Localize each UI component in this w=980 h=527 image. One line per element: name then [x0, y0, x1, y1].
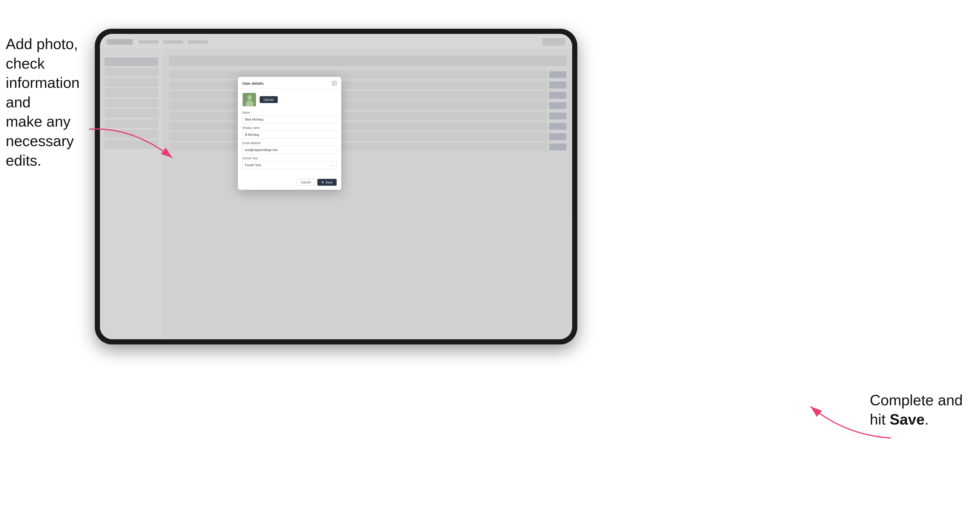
chevron-down-icon: ⌄	[332, 164, 335, 167]
modal-overlay: User details ×	[100, 34, 572, 339]
name-label: Name	[242, 111, 337, 114]
user-photo-thumbnail	[242, 93, 256, 106]
svg-point-1	[247, 95, 252, 100]
display-name-label: Display name	[242, 126, 337, 129]
school-year-field-group: School Year Fourth Year First Year Secon…	[242, 157, 337, 169]
email-input[interactable]	[242, 146, 337, 154]
person-photo-svg	[243, 93, 256, 106]
annotation-left: Add photo, check information and make an…	[6, 35, 98, 170]
display-name-input[interactable]	[242, 130, 337, 139]
annotation-right: Complete and hit Save.	[870, 390, 963, 429]
modal-body: Upload Name Display name Email addre	[238, 89, 341, 176]
display-name-field-group: Display name	[242, 126, 337, 139]
save-button[interactable]: ⬆ Save	[317, 179, 337, 186]
school-year-label: School Year	[242, 157, 337, 160]
select-icons: × ⌄	[330, 163, 335, 167]
upload-photo-button[interactable]: Upload	[260, 96, 278, 103]
name-field-group: Name	[242, 111, 337, 124]
modal-title: User details	[242, 81, 264, 86]
school-year-select[interactable]: Fourth Year First Year Second Year Third…	[242, 161, 337, 169]
email-label: Email address	[242, 141, 337, 144]
save-icon: ⬆	[321, 181, 324, 184]
modal-header: User details ×	[238, 77, 341, 89]
user-details-modal: User details ×	[238, 77, 341, 190]
select-clear-icon[interactable]: ×	[330, 163, 331, 167]
name-input[interactable]	[242, 115, 337, 124]
tablet-device: User details ×	[95, 29, 578, 344]
modal-close-button[interactable]: ×	[332, 81, 337, 86]
user-photo-image	[243, 93, 256, 106]
tablet-screen: User details ×	[100, 34, 572, 339]
save-button-label: Save	[325, 181, 332, 184]
photo-upload-row: Upload	[242, 93, 337, 106]
modal-footer: Cancel ⬆ Save	[238, 176, 341, 190]
cancel-button[interactable]: Cancel	[297, 179, 315, 186]
school-year-select-wrapper: Fourth Year First Year Second Year Third…	[242, 161, 337, 169]
email-field-group: Email address	[242, 141, 337, 154]
